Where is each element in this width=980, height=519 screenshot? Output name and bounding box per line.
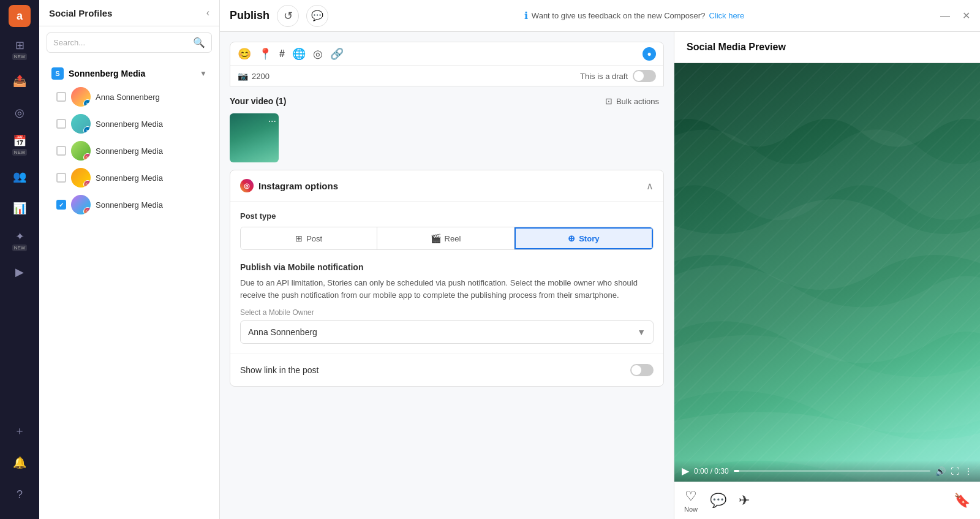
draft-label: This is a draft [580,72,628,81]
platform-badge: ◎ [83,153,91,161]
emoji-button[interactable]: 😊 [238,47,251,61]
mobile-publish-desc: Due to an API limitation, Stories can on… [240,277,654,301]
dropdown-value: Anna Sonnenberg [248,327,317,337]
list-item[interactable]: ✓ ◎ Sonnenberg Media [51,191,212,218]
account-list: in Anna Sonnenberg in Sonnenberg Media ◎ [51,83,212,218]
bookmark-button[interactable]: 🔖 [954,493,970,509]
group-icon: S [51,67,64,80]
account-checkbox-5[interactable]: ✓ [56,200,66,210]
nav-item-ai[interactable]: ✦ NEW [5,225,34,255]
list-item[interactable]: in Anna Sonnenberg [51,83,212,110]
history-button[interactable]: ↺ [277,5,299,27]
share-button[interactable]: ✈ [739,493,750,509]
post-type-label: Post type [240,211,654,221]
character-count: 2200 [252,72,270,81]
add-icon: ＋ [14,423,25,438]
account-group-header[interactable]: S Sonnenberg Media ▼ [47,64,212,83]
account-checkbox-3[interactable] [56,146,66,156]
account-checkbox-4[interactable] [56,173,66,183]
sidebar-collapse-icon[interactable]: ‹ [206,7,209,18]
nav-item-add[interactable]: ＋ [5,416,34,445]
nav-item-reports[interactable]: 📊 [5,194,34,223]
nav-item-help[interactable]: ? [5,480,34,509]
char-count-bar: 📷 2200 This is a draft [230,66,664,86]
feedback-link[interactable]: Click here [709,11,744,20]
preview-panel: Social Media Preview [674,32,980,519]
instagram-options-panel: ◎ Instagram options ∧ Post type ⊞ Post [230,170,664,387]
show-link-toggle[interactable] [630,364,654,376]
list-item[interactable]: in Sonnenberg Media [51,110,212,137]
comment-button[interactable]: 💬 [306,5,328,27]
app-logo[interactable]: a [9,5,31,27]
instagram-icon-small: 📷 [238,71,248,81]
dropdown-chevron-icon: ▼ [637,327,646,337]
play-button[interactable]: ▶ [682,465,689,477]
tab-post[interactable]: ⊞ Post [241,227,377,249]
avatar: in [71,87,91,107]
show-link-label: Show link in the post [240,365,318,375]
volume-icon[interactable]: 🔊 [935,466,946,476]
close-icon[interactable]: ✕ [962,10,970,21]
team-icon: 👥 [13,170,26,183]
account-name: Sonnenberg Media [96,173,163,183]
bulk-actions-button[interactable]: ⊡ Bulk actions [600,94,664,108]
mention-button[interactable]: ◎ [313,47,323,61]
ig-options-title: ◎ Instagram options [240,179,338,192]
nav-item-video[interactable]: ▶ [5,257,34,287]
account-checkbox-1[interactable] [56,92,66,102]
globe-button[interactable]: 🌐 [292,47,306,61]
minimize-icon[interactable]: — [940,10,950,21]
sidebar-header: Social Profiles ‹ [39,0,219,26]
ig-options-chevron-icon: ∧ [646,180,654,192]
ig-options-header[interactable]: ◎ Instagram options ∧ [230,170,663,202]
nav-item-publish[interactable]: 📤 [5,66,34,96]
video-icon: ▶ [15,265,24,279]
avatar: ◎ [71,195,91,214]
account-checkbox-2[interactable] [56,119,66,129]
video-time: 0:00 / 0:30 [694,467,729,475]
nav-item-notifications[interactable]: 🔔 [5,448,34,477]
instagram-icon: ◎ [240,179,254,192]
preview-title: Social Media Preview [687,42,786,52]
search-input[interactable] [53,38,189,47]
video-more-icon[interactable]: ··· [268,116,276,127]
group-name: Sonnenberg Media [69,69,195,78]
avatar: ◎ [71,168,91,188]
mobile-owner-dropdown[interactable]: Anna Sonnenberg ▼ [240,320,654,344]
reports-icon: 📊 [13,202,26,215]
tab-reel[interactable]: 🎬 Reel [377,227,514,249]
nav-item-analytics[interactable]: ◎ [5,98,34,127]
hashtag-button[interactable]: # [279,48,285,59]
preview-header: Social Media Preview [674,32,980,63]
feedback-text: Want to give us feedback on the new Comp… [532,11,706,20]
list-item[interactable]: ◎ Sonnenberg Media [51,137,212,164]
video-section-header: Your video (1) ⊡ Bulk actions [230,94,664,108]
circle-button[interactable]: ● [643,47,656,61]
search-container: 🔍 [47,32,212,53]
bookmark-icon: 🔖 [954,493,970,509]
nav-item-new[interactable]: ⊞ NEW [5,34,34,64]
analytics-icon: ◎ [15,106,24,119]
select-label: Select a Mobile Owner [240,308,654,317]
video-more-options-icon[interactable]: ⋮ [964,466,973,476]
page-title: Publish [230,9,270,22]
comment-action-button[interactable]: 💬 [710,493,726,509]
avatar: in [71,114,91,134]
video-section-title: Your video (1) [230,96,286,106]
ig-options-body: Post type ⊞ Post 🎬 Reel ⊕ Story [230,202,663,354]
nav-item-calendar[interactable]: 📅 NEW [5,130,34,159]
publish-icon: 📤 [13,74,26,88]
video-progress-bar[interactable] [734,470,930,472]
tab-story[interactable]: ⊕ Story [514,227,653,249]
draft-toggle[interactable] [633,70,656,82]
list-item[interactable]: ◎ Sonnenberg Media [51,164,212,191]
location-button[interactable]: 📍 [258,47,272,61]
nav-item-team[interactable]: 👥 [5,162,34,191]
video-thumbnail[interactable]: ··· [230,113,279,162]
fullscreen-icon[interactable]: ⛶ [951,466,959,476]
like-button[interactable]: ♡ Now [684,488,698,513]
content-area: 😊 📍 # 🌐 ◎ 🔗 ● 📷 2200 This is a draft [220,32,980,519]
link-button[interactable]: 🔗 [330,47,344,61]
editor-panel: 😊 📍 # 🌐 ◎ 🔗 ● 📷 2200 This is a draft [220,32,674,519]
sidebar: Social Profiles ‹ 🔍 S Sonnenberg Media ▼… [39,0,220,519]
